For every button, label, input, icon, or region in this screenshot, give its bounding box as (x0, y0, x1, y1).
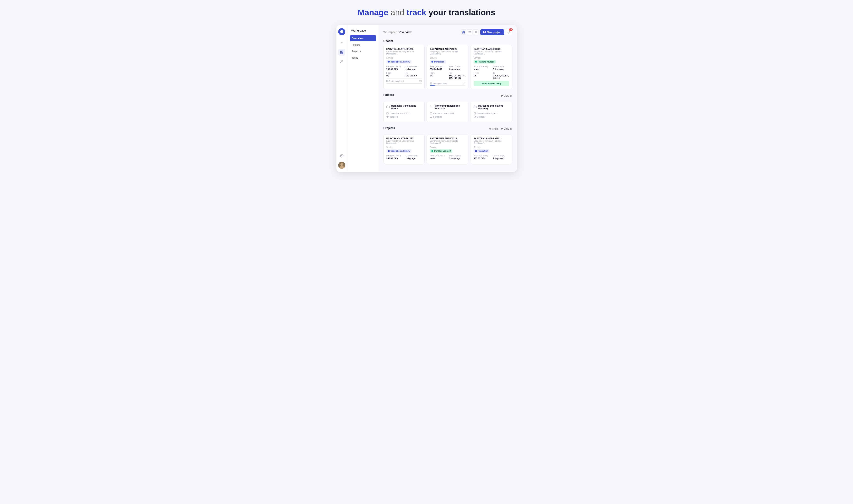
date-field-1: Date of order: 1 day ago (406, 66, 422, 70)
from-field-2: From: DE (430, 72, 446, 79)
notification-button[interactable]: 12 (506, 29, 512, 35)
breadcrumb: Workspace / Overview (383, 31, 412, 34)
folder-name-2: Marketing translations February (430, 105, 466, 110)
svg-rect-2 (340, 53, 341, 54)
settings-icon[interactable] (338, 152, 345, 159)
projects-icon-1 (386, 115, 388, 118)
service-dot-1 (388, 61, 389, 62)
proj-service-dot-2 (432, 150, 433, 152)
team-icon[interactable] (338, 58, 345, 65)
projects-icon-2 (430, 115, 432, 118)
folder-icon-1 (386, 105, 389, 109)
projects-view-all[interactable]: View all (501, 128, 512, 130)
svg-rect-48 (474, 112, 476, 114)
breadcrumb-current: Overview (399, 31, 412, 34)
service-dot-3 (475, 61, 477, 62)
sidebar-item-overview[interactable]: Overview (350, 35, 376, 41)
main-header: Workspace / Overview (383, 29, 512, 35)
calendar-icon-3 (474, 112, 476, 115)
svg-rect-1 (342, 51, 343, 52)
columns-view-button[interactable] (473, 30, 479, 35)
proj-details-row-1: Price (VAT excl.): 950.00 DKK Date of or… (386, 155, 422, 160)
to-field-3: To: DA, EN, SV, FR, DA, +4 (493, 72, 509, 79)
proj-price-field-1: Price (VAT excl.): 950.00 DKK (386, 155, 402, 160)
calendar-icon-1 (386, 112, 388, 115)
sidebar-item-folders[interactable]: Folders (350, 42, 376, 48)
workspace-title: Workspace (350, 29, 376, 32)
project-card-1[interactable]: EASYTRANSLATE-P01223 EasyProject from Ea… (383, 134, 425, 164)
to-field-1: To: DA, EN, SV (406, 72, 422, 77)
folder-card-1[interactable]: Marketing translations March Created on … (383, 101, 425, 122)
project-card-2[interactable]: EASYTRANSLATE-P01220 EasyProject from Ea… (427, 134, 468, 164)
grid-view-button[interactable] (461, 30, 466, 35)
service-badge-3: Translate yourself (474, 60, 496, 64)
main-content: Workspace / Overview (379, 25, 517, 172)
service-badge-2: Translation (430, 60, 446, 64)
project-id-3: EASYTRANSLATE-P01220 (474, 48, 509, 50)
projects-section-title: Projects (383, 126, 395, 129)
proj-id-1: EASYTRANSLATE-P01223 (386, 137, 422, 140)
folders-section-title: Folders (383, 93, 394, 96)
progress-bar-1 (386, 83, 422, 84)
folders-view-all[interactable]: View all (501, 94, 512, 97)
calendar-icon-2 (430, 112, 432, 115)
folder-name-3: Marketing translations February (474, 105, 509, 110)
projects-section-header: Projects Filters View all (383, 126, 512, 132)
projects-icon-3 (474, 115, 476, 118)
nav-panel: Workspace Overview Folders Projects Task… (347, 25, 379, 172)
folder-card-2[interactable]: Marketing translations February Created … (427, 101, 468, 122)
progress-fill-2 (430, 86, 435, 86)
service-label-3: Service: (474, 57, 509, 59)
project-id-1: EASYTRANSLATE-P01223 (386, 48, 422, 50)
card-details-row-3: Price (VAT excl.): none Date of order: 3… (474, 66, 509, 70)
recent-project-card-3[interactable]: EASYTRANSLATE-P01220 EasyProject from Ea… (471, 45, 512, 89)
svg-rect-10 (464, 31, 465, 32)
svg-rect-9 (462, 31, 463, 32)
from-field-1: From: DE (386, 72, 402, 77)
proj-date-field-3: Date of order: 2 days ago (493, 155, 509, 160)
lang-row-1: From: DE To: DA, EN, SV (386, 72, 422, 77)
folder-card-3[interactable]: Marketing translations February Created … (471, 101, 512, 122)
project-subtitle-1: EasyProject from EasyTranslate Dashboard… (386, 51, 422, 55)
proj-price-field-3: Price (VAT excl.): 550.00 DKK (474, 155, 490, 160)
sidebar-item-projects[interactable]: Projects (350, 48, 376, 54)
folder-icon-3 (474, 105, 477, 109)
add-icon[interactable]: + (338, 39, 345, 46)
from-field-3: From: DE (474, 72, 490, 79)
new-project-button[interactable]: New project (480, 29, 504, 35)
project-card-3[interactable]: EASYTRANSLATE-P01221 EasyProject from Ea… (471, 134, 512, 164)
svg-rect-11 (462, 32, 463, 33)
project-subtitle-3: EasyProject from EasyTranslate Dashboard… (474, 51, 509, 55)
sidebar-item-tasks[interactable]: Tasks (350, 55, 376, 61)
progress-bar-2 (430, 86, 466, 86)
proj-service-badge-2: Translate yourself (430, 149, 452, 152)
recent-projects-grid: EASYTRANSLATE-P01223 EasyProject from Ea… (383, 45, 512, 89)
project-subtitle-2: EasyProject from EasyTranslate Dashboard… (430, 51, 466, 55)
project-id-2: EASYTRANSLATE-P01221 (430, 48, 466, 50)
proj-date-field-2: Date of order: 3 days ago (449, 155, 466, 160)
tasks-row-1: Tasks completed 0/3 (386, 78, 422, 82)
list-view-button[interactable] (467, 30, 472, 35)
filters-button[interactable]: Filters (489, 128, 498, 130)
notification-badge: 12 (509, 29, 512, 31)
folder-meta-date-3: Created on Mar 2, 2021 (474, 112, 509, 115)
documents-icon[interactable] (338, 49, 345, 56)
service-label-2: Service: (430, 57, 466, 59)
proj-price-field-2: Price (VAT excl.): none (430, 155, 446, 160)
folders-section-header: Folders View all (383, 93, 512, 99)
card-details-row-2: Price (VAT excl.): 550.00 DKK Date of or… (430, 66, 466, 70)
svg-rect-41 (430, 112, 432, 114)
price-field-1: Price (VAT excl.): 950.00 DKK (386, 66, 402, 70)
proj-details-row-2: Price (VAT excl.): none Date of order: 3… (430, 155, 466, 160)
date-field-3: Date of order: 3 days ago (493, 66, 509, 70)
sidebar-logo[interactable] (338, 28, 345, 35)
recent-project-card-1[interactable]: EASYTRANSLATE-P01223 EasyProject from Ea… (383, 45, 425, 89)
user-avatar[interactable] (338, 162, 345, 169)
proj-date-field-1: Date of order: 1 day ago (406, 155, 422, 160)
view-toggle (461, 30, 479, 35)
proj-id-3: EASYTRANSLATE-P01221 (474, 137, 509, 140)
svg-point-7 (340, 163, 343, 166)
recent-project-card-2[interactable]: EASYTRANSLATE-P01221 EasyProject from Ea… (427, 45, 468, 89)
headline-part1: Manage (358, 8, 388, 17)
svg-rect-3 (342, 53, 343, 54)
